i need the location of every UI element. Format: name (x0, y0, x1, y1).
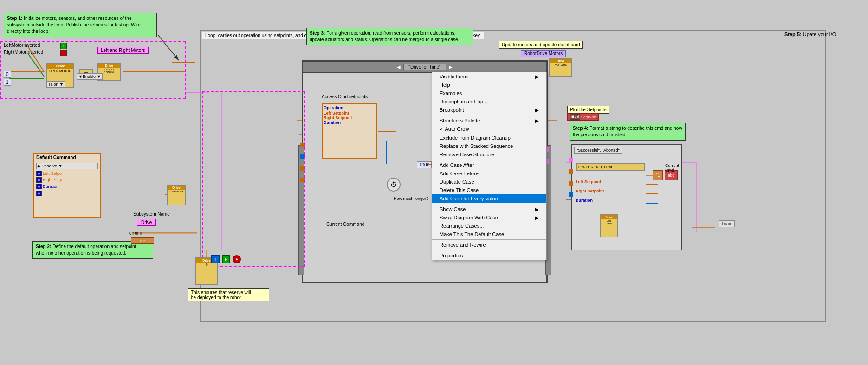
arrow-icon-15: ▶ (535, 207, 539, 212)
svg-line-2 (28, 53, 44, 77)
reserve-dropdown[interactable]: ◆ Reserve ▼ (36, 163, 98, 169)
separator-4 (432, 239, 546, 240)
current-cmd-label: CurrentCmd (665, 163, 679, 173)
zero-terminal: 0 (36, 191, 42, 196)
left-setpoint-label-inner: Left Setpoint (324, 111, 376, 115)
percent-block: % (653, 170, 663, 180)
menu-item-structures-palette[interactable]: Structures Palette ▶ (432, 116, 546, 125)
how-much-longer-label: How much longer? (394, 196, 428, 201)
separator-5 (432, 250, 546, 250)
step1-box: Step 1: Initialize motors, sensors, and … (4, 13, 157, 37)
menu-item-breakpoint[interactable]: Breakpoint ▶ (432, 106, 546, 114)
menu-item-add-case-every-value[interactable]: Add Case for Every Value (432, 194, 546, 203)
setpoints-block: ▣val Setpoints (567, 113, 599, 121)
menu-item-add-case-after[interactable]: Add Case After (432, 161, 546, 169)
svg-line-0 (158, 35, 179, 60)
right-conn-3 (569, 181, 573, 186)
cluster-block-setpoints: Operation Left Setpoint Right Setpoint D… (322, 103, 377, 159)
left-motor-inverted-indicator: I (60, 43, 67, 49)
menu-item-properties[interactable]: Properties (432, 251, 546, 260)
duration-row-label: Duration (43, 184, 58, 189)
val-setpts: ▣val (570, 114, 580, 120)
left-right-motors-label: Left and Right Motors (97, 47, 149, 54)
right-motor-inverted-label: RightMotorInverted (4, 50, 43, 55)
const-1000: 1000 (417, 161, 432, 168)
error-in-indicator: err (131, 237, 154, 244)
step2-label: Step 2: (36, 244, 51, 249)
left-setpt-terminal: 0 (36, 171, 42, 176)
menu-item-remove-case-structure[interactable]: Remove Case Structure (432, 150, 546, 159)
current-command-case-label: Current Command (326, 222, 364, 227)
talon-dropdown[interactable]: Talon ▼ (46, 81, 65, 88)
left-setpoint-right-label: Left Setpoint (576, 179, 601, 184)
case-left-selector (298, 145, 304, 275)
menu-item-auto-grow[interactable]: ✓ Auto Grow (432, 125, 546, 134)
case-title: "Drive for Time" (403, 64, 446, 70)
step1-label: Step 1: (7, 16, 22, 21)
enable-dropdown[interactable]: ▼Enable ▼ (77, 73, 103, 80)
terminal-1: I (211, 255, 220, 263)
terminal-stop[interactable]: ● (233, 255, 241, 263)
step2-text: Define the default operation and setpoin… (36, 244, 141, 256)
step3-text: For a given operation, read from sensors… (310, 31, 459, 42)
drive-cmd-check-block: Drive CmdCheck (600, 214, 618, 237)
loop-terminals: I F ● (211, 255, 241, 263)
right-cluster-block: "Successful", "Aborted" L %.1f, R %.1f, … (571, 144, 682, 250)
menu-item-exclude[interactable]: Exclude from Diagram Cleanup (432, 134, 546, 142)
step5-label: Step 5: Upate your I/O (784, 32, 836, 37)
robot-drive-motors-label: RobotDrive Motors (521, 50, 566, 57)
context-menu[interactable]: Visible Items ▶ Help Examples Descriptio… (432, 72, 547, 260)
right-conn-4 (569, 192, 573, 197)
right-motor-inverted-indicator: F (60, 50, 67, 56)
step4-text: Format a string to describe this cmd and… (573, 126, 682, 137)
right-block-wires (572, 145, 681, 250)
format-string-block: L %.1f, R %.1f, D %f (576, 163, 645, 171)
arrow-icon-4: ▶ (535, 108, 539, 113)
arrow-icon-16: ▶ (535, 215, 539, 220)
step4-box: Step 4: Format a string to describe this… (570, 123, 686, 141)
step5-header: Step 5: (784, 32, 802, 37)
separator-2 (432, 160, 546, 160)
left-motor-inverted-label: LeftMotorInverted (4, 43, 40, 48)
successful-aborted-selector[interactable]: "Successful", "Aborted" (574, 147, 622, 154)
this-ensures-label: This ensures that reserve will be deploy… (188, 288, 269, 301)
trace-label: Trace (719, 220, 735, 227)
step1-text: Initialize motors, sensors, and other re… (7, 16, 141, 34)
arrow-icon-5: ▶ (535, 118, 539, 123)
menu-item-show-case[interactable]: Show Case ▶ (432, 205, 546, 213)
duration-label-inner: Duration (324, 120, 376, 125)
right-setpoint-right-label: Right Setpoint (576, 189, 604, 193)
step3-box: Step 3: For a given operation, read from… (306, 28, 473, 45)
menu-item-add-case-before[interactable]: Add Case Before (432, 169, 546, 178)
menu-item-examples[interactable]: Examples (432, 89, 546, 97)
case-connector-2 (300, 154, 305, 159)
case-connector-1 (300, 143, 305, 147)
separator-3 (432, 204, 546, 204)
menu-item-rearrange-cases[interactable]: Rearrange Cases... (432, 222, 546, 230)
step4-label: Step 4: (573, 126, 588, 131)
menu-item-swap-diagram[interactable]: Swap Diagram With Case ▶ (432, 213, 546, 222)
menu-item-description[interactable]: Description and Tip... (432, 97, 546, 106)
default-command-title: Default Command (34, 154, 100, 161)
step5-text: Upate your I/O (803, 32, 836, 37)
drive-label: Drive (137, 219, 156, 226)
menu-item-default-case[interactable]: Make This The Default Case (432, 230, 546, 238)
menu-item-visible-items[interactable]: Visible Items ▶ (432, 72, 546, 81)
drive-motors-block: Drive MOTORS (549, 58, 572, 77)
right-conn-1 (569, 158, 573, 162)
menu-item-remove-rewire[interactable]: Remove and Rewire (432, 241, 546, 249)
menu-item-help[interactable]: Help (432, 81, 546, 89)
menu-item-delete-case[interactable]: Delete This Case (432, 186, 546, 194)
access-cmd-label: Access Cmd setpoints (322, 94, 368, 99)
menu-item-duplicate-case[interactable]: Duplicate Case (432, 178, 546, 186)
case-connector-4 (300, 178, 305, 182)
right-setpt-row-label: Right Setp (43, 178, 62, 182)
right-setpt-terminal: 0 (36, 177, 42, 183)
case-connector-3 (300, 166, 305, 171)
arrow-icon-0: ▶ (535, 74, 539, 79)
menu-item-replace-stacked[interactable]: Replace with Stacked Sequence (432, 142, 546, 150)
terminal-f: F (222, 255, 230, 263)
default-command-block: Default Command ◆ Reserve ▼ 0 Left Setpo… (33, 153, 101, 218)
operation-label: Operation (324, 105, 376, 110)
subsystem-name-label: Subsystem Name (133, 211, 170, 217)
